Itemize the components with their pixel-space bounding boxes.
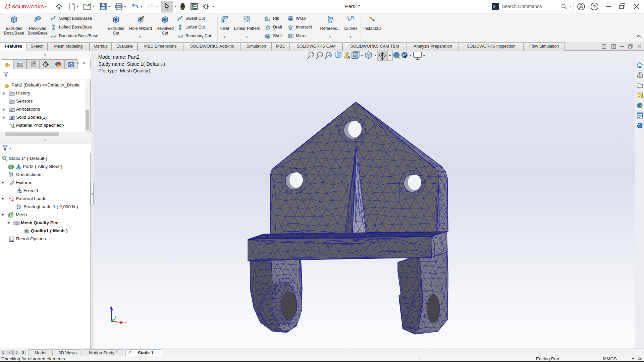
svg-text:X: X (124, 321, 127, 325)
svg-text:Z: Z (110, 306, 112, 309)
svg-text:SOLIDWORKS: SOLIDWORKS (12, 4, 44, 9)
svg-text:?: ? (593, 4, 596, 9)
svg-text:Y: Y (114, 315, 116, 318)
svg-text:A: A (347, 55, 351, 60)
